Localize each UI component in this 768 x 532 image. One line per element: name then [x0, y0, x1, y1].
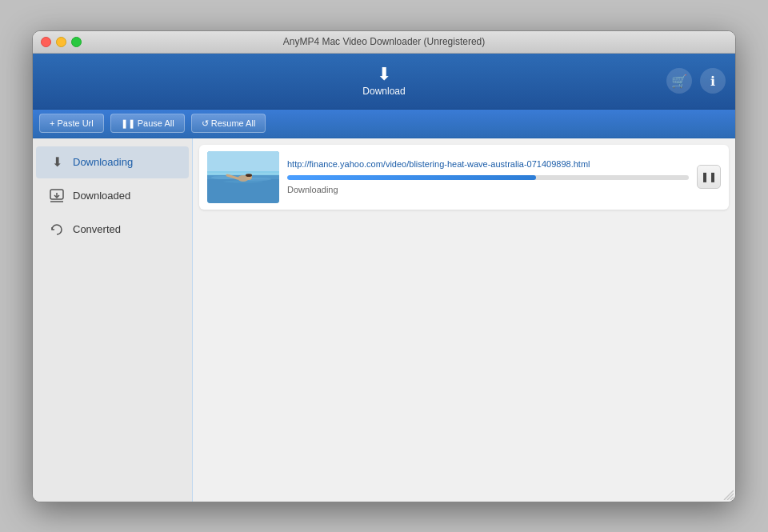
main-content: ⬇ Downloading Downloaded [33, 138, 735, 502]
resize-handle[interactable] [722, 489, 734, 500]
toolbar: ⬇ Download 🛒 ℹ [33, 54, 735, 110]
download-item: http://finance.yahoo.com/video/blisterin… [199, 145, 729, 210]
sidebar-item-downloaded[interactable]: Downloaded [36, 180, 189, 212]
minimize-button[interactable] [56, 37, 66, 47]
svg-line-16 [727, 494, 734, 500]
video-thumbnail [207, 151, 279, 203]
downloaded-icon [49, 188, 65, 204]
actionbar: + Paste Url ❚❚ Pause All ↺ Resume All [33, 110, 735, 138]
close-button[interactable] [41, 37, 51, 47]
maximize-button[interactable] [71, 37, 82, 47]
traffic-lights [41, 37, 82, 47]
resume-all-button[interactable]: ↺ Resume All [191, 114, 266, 133]
svg-point-12 [246, 174, 252, 177]
download-status: Downloading [287, 185, 689, 194]
svg-line-17 [730, 497, 734, 500]
info-icon-button[interactable]: ℹ [700, 68, 726, 94]
sidebar-item-converted[interactable]: Converted [36, 214, 189, 246]
svg-rect-4 [207, 151, 279, 171]
titlebar: AnyMP4 Mac Video Downloader (Unregistere… [33, 31, 735, 54]
window-title: AnyMP4 Mac Video Downloader (Unregistere… [283, 36, 486, 47]
download-info: http://finance.yahoo.com/video/blisterin… [287, 159, 689, 194]
download-label: Download [362, 86, 405, 97]
paste-url-button[interactable]: + Paste Url [39, 114, 104, 133]
sidebar: ⬇ Downloading Downloaded [33, 138, 193, 502]
pause-button[interactable]: ❚❚ [697, 165, 721, 189]
download-tab-button[interactable]: ⬇ Download [362, 66, 405, 97]
cart-icon: 🛒 [671, 74, 687, 89]
toolbar-right-buttons: 🛒 ℹ [666, 68, 726, 94]
main-window: AnyMP4 Mac Video Downloader (Unregistere… [32, 30, 736, 502]
progress-bar-fill [287, 175, 536, 180]
pause-icon: ❚❚ [701, 171, 717, 182]
download-url: http://finance.yahoo.com/video/blisterin… [287, 159, 689, 169]
pause-all-button[interactable]: ❚❚ Pause All [110, 114, 185, 133]
download-icon: ⬇ [377, 66, 391, 83]
cart-icon-button[interactable]: 🛒 [666, 68, 692, 94]
sidebar-item-downloading[interactable]: ⬇ Downloading [36, 146, 189, 178]
progress-bar-container [287, 175, 689, 180]
sidebar-label-downloaded: Downloaded [73, 190, 130, 202]
sidebar-label-downloading: Downloading [73, 156, 133, 168]
converted-icon [49, 222, 65, 238]
download-area: http://finance.yahoo.com/video/blisterin… [193, 138, 735, 502]
sidebar-label-converted: Converted [73, 223, 121, 235]
downloading-icon: ⬇ [49, 154, 65, 170]
info-icon: ℹ [710, 74, 715, 89]
